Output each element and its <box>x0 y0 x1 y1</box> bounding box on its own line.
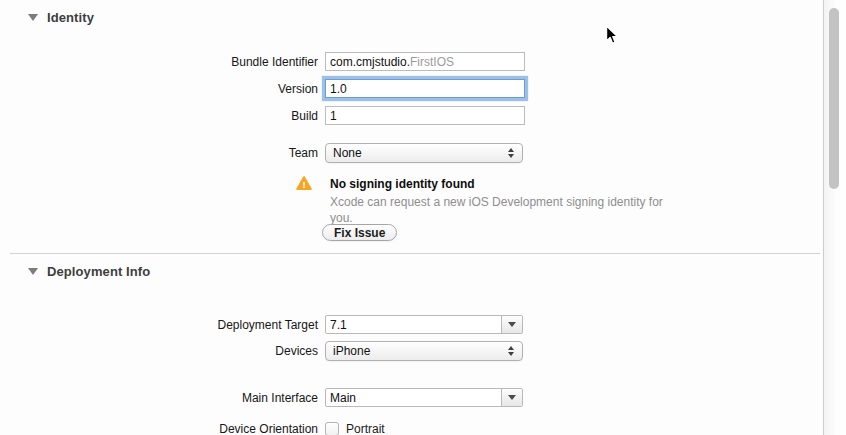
build-row: Build 1 <box>0 105 525 126</box>
build-value: 1 <box>330 109 337 123</box>
deployment-target-value: 7.1 <box>326 316 501 333</box>
bundle-identifier-field[interactable]: com.cmjstudio.FirstIOS <box>325 52 525 71</box>
cursor-arrow-icon <box>605 25 619 46</box>
bundle-identifier-suggested-text: FirstIOS <box>410 55 454 69</box>
down-triangle-icon <box>508 395 516 400</box>
identity-section-title: Identity <box>47 10 94 25</box>
devices-row: Devices iPhone <box>0 340 523 361</box>
main-interface-label: Main Interface <box>0 391 318 405</box>
team-label: Team <box>0 146 318 160</box>
team-popup-button[interactable]: None <box>325 143 523 163</box>
svg-text:!: ! <box>302 179 305 190</box>
popup-stepper-icon <box>508 346 514 356</box>
device-orientation-row: Device Orientation Portrait <box>0 418 385 435</box>
portrait-checkbox-label: Portrait <box>346 422 385 435</box>
popup-stepper-icon <box>508 148 514 158</box>
version-field[interactable]: 1.0 <box>325 79 525 98</box>
main-interface-row: Main Interface Main <box>0 387 523 408</box>
main-interface-value: Main <box>326 389 501 406</box>
bundle-identifier-label: Bundle Identifier <box>0 55 318 69</box>
main-interface-combobox[interactable]: Main <box>325 388 523 407</box>
disclosure-triangle-icon[interactable] <box>28 14 38 21</box>
deployment-target-row: Deployment Target 7.1 <box>0 314 523 335</box>
portrait-checkbox[interactable] <box>325 422 339 435</box>
section-divider <box>10 253 820 254</box>
warning-icon: ! <box>296 176 312 191</box>
bundle-identifier-typed-text: com.cmjstudio. <box>330 55 410 69</box>
device-orientation-label: Device Orientation <box>0 422 318 435</box>
disclosure-triangle-icon[interactable] <box>28 268 38 275</box>
version-row: Version 1.0 <box>0 78 525 99</box>
combo-dropdown-button[interactable] <box>501 316 522 333</box>
fix-issue-button-label: Fix Issue <box>334 226 385 240</box>
warning-title: No signing identity found <box>330 177 475 191</box>
identity-section-header[interactable]: Identity <box>28 10 94 25</box>
build-label: Build <box>0 109 318 123</box>
xcode-general-settings-pane: { "colors": { "focus_ring": "#9dc0e8", "… <box>0 0 846 435</box>
devices-label: Devices <box>0 344 318 358</box>
bundle-identifier-row: Bundle Identifier com.cmjstudio.FirstIOS <box>0 51 525 72</box>
team-selected-value: None <box>333 146 508 160</box>
version-value: 1.0 <box>330 82 347 96</box>
version-label: Version <box>0 82 318 96</box>
warning-description: Xcode can request a new iOS Development … <box>330 194 670 226</box>
combo-dropdown-button[interactable] <box>501 389 522 406</box>
deployment-target-label: Deployment Target <box>0 318 318 332</box>
deployment-section-title: Deployment Info <box>47 264 150 279</box>
fix-issue-button[interactable]: Fix Issue <box>322 224 397 241</box>
build-field[interactable]: 1 <box>325 106 525 125</box>
scrollbar-thumb[interactable] <box>829 8 839 189</box>
devices-popup-button[interactable]: iPhone <box>325 341 523 361</box>
team-row: Team None <box>0 142 523 163</box>
deployment-section-header[interactable]: Deployment Info <box>28 264 150 279</box>
down-triangle-icon <box>508 322 516 327</box>
deployment-target-combobox[interactable]: 7.1 <box>325 315 523 334</box>
devices-selected-value: iPhone <box>333 344 508 358</box>
